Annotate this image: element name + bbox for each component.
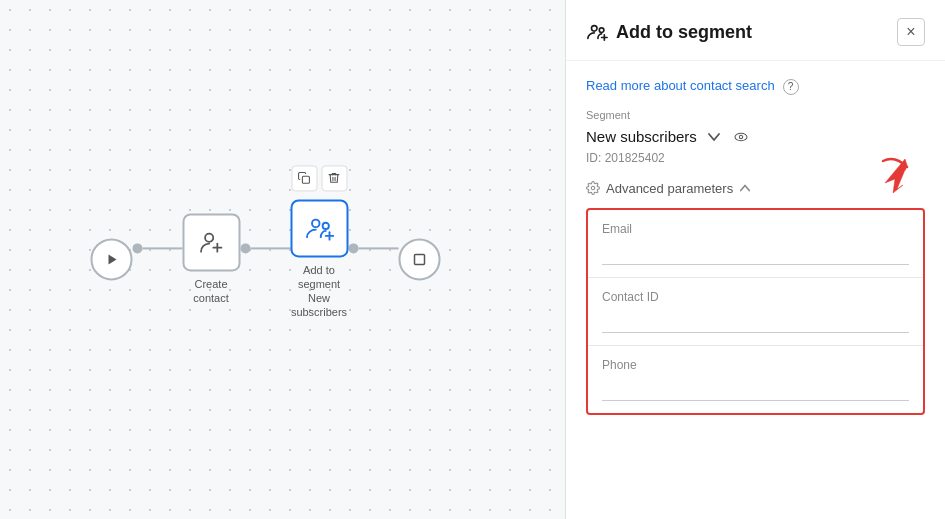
read-more-link[interactable]: Read more about contact search bbox=[586, 78, 775, 93]
email-input[interactable] bbox=[602, 245, 909, 265]
phone-label: Phone bbox=[602, 358, 909, 372]
workflow-nodes: Create contact bbox=[90, 199, 440, 320]
node-actions bbox=[291, 165, 347, 191]
right-panel: Add to segment × Read more about contact… bbox=[565, 0, 945, 519]
copy-button[interactable] bbox=[291, 165, 317, 191]
email-label: Email bbox=[602, 222, 909, 236]
connector-dot-3 bbox=[348, 244, 358, 254]
svg-point-16 bbox=[591, 186, 595, 190]
read-more-row: Read more about contact search ? bbox=[586, 77, 925, 95]
close-button[interactable]: × bbox=[897, 18, 925, 46]
contact-id-field-container: Contact ID bbox=[588, 278, 923, 346]
add-to-segment-box[interactable] bbox=[290, 199, 348, 257]
svg-marker-0 bbox=[108, 255, 116, 265]
end-icon bbox=[411, 252, 427, 268]
add-to-segment-label: Add to segmentNew subscribers bbox=[290, 263, 348, 320]
add-to-segment-node: Add to segmentNew subscribers bbox=[290, 199, 348, 320]
panel-title-row: Add to segment bbox=[586, 21, 752, 43]
trash-icon bbox=[328, 171, 341, 184]
advanced-params-box: Email Contact ID Phone bbox=[586, 208, 925, 415]
email-field-container: Email bbox=[588, 210, 923, 278]
svg-point-1 bbox=[205, 233, 213, 241]
segment-name: New subscribers bbox=[586, 128, 697, 145]
svg-rect-9 bbox=[414, 255, 424, 265]
connector-line-3 bbox=[358, 248, 398, 250]
help-icon[interactable]: ? bbox=[783, 79, 799, 95]
svg-rect-4 bbox=[302, 176, 309, 183]
gear-icon bbox=[586, 181, 600, 195]
create-contact-node: Create contact bbox=[182, 213, 240, 306]
svg-point-6 bbox=[322, 222, 328, 228]
panel-header: Add to segment × bbox=[566, 0, 945, 61]
connector-dot-1 bbox=[132, 244, 142, 254]
chevron-down-icon bbox=[707, 130, 721, 144]
panel-title-text: Add to segment bbox=[616, 22, 752, 43]
workflow-canvas: Create contact bbox=[0, 0, 565, 519]
start-circle[interactable] bbox=[90, 239, 132, 281]
segment-dropdown-button[interactable] bbox=[705, 128, 723, 146]
advanced-label: Advanced parameters bbox=[606, 181, 733, 196]
svg-point-10 bbox=[592, 26, 598, 31]
advanced-wrapper: Advanced parameters bbox=[586, 181, 925, 196]
end-node bbox=[398, 239, 440, 281]
create-contact-box[interactable] bbox=[182, 213, 240, 271]
segment-label: Segment bbox=[586, 109, 925, 121]
delete-button[interactable] bbox=[321, 165, 347, 191]
chevron-up-icon bbox=[739, 182, 751, 194]
create-contact-label: Create contact bbox=[182, 277, 240, 306]
phone-input[interactable] bbox=[602, 381, 909, 401]
eye-button[interactable] bbox=[731, 127, 751, 147]
contact-id-input[interactable] bbox=[602, 313, 909, 333]
eye-icon bbox=[733, 129, 749, 145]
end-circle[interactable] bbox=[398, 239, 440, 281]
play-icon bbox=[103, 252, 119, 268]
red-arrow-indicator bbox=[875, 157, 915, 193]
svg-point-15 bbox=[739, 135, 742, 138]
connector-line-1 bbox=[142, 248, 182, 250]
group-add-icon bbox=[304, 213, 334, 243]
red-arrow-icon bbox=[875, 157, 915, 193]
svg-point-11 bbox=[599, 28, 604, 33]
segment-title-icon bbox=[586, 21, 608, 43]
contact-id-label: Contact ID bbox=[602, 290, 909, 304]
user-add-icon bbox=[197, 228, 225, 256]
connector-dot-2 bbox=[240, 244, 250, 254]
panel-body: Read more about contact search ? Segment… bbox=[566, 61, 945, 519]
svg-point-14 bbox=[735, 133, 747, 140]
segment-row: New subscribers bbox=[586, 127, 925, 147]
svg-point-5 bbox=[312, 219, 320, 227]
connector-line-2 bbox=[250, 248, 290, 250]
copy-icon bbox=[298, 171, 311, 184]
phone-field-container: Phone bbox=[588, 346, 923, 413]
start-node bbox=[90, 239, 132, 281]
